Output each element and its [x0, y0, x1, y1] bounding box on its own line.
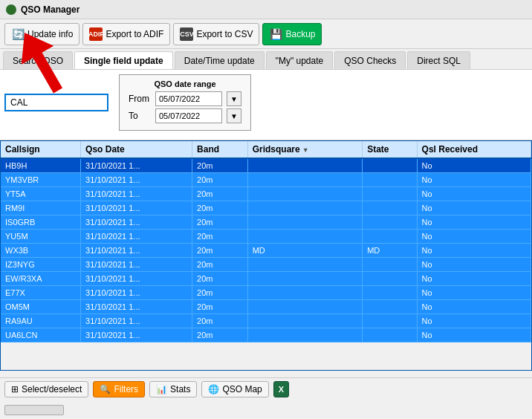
backup-icon: 💾 — [269, 27, 282, 41]
filters-icon: 🔍 — [100, 384, 111, 394]
cell-4 — [363, 158, 417, 173]
cell-4 — [363, 258, 417, 272]
search-input[interactable] — [4, 94, 108, 111]
select-deselect-icon: ⊞ — [11, 384, 19, 394]
update-info-button[interactable]: 🔄 Update info — [4, 23, 80, 45]
cell-2: 20m — [192, 244, 248, 258]
from-label: From — [129, 94, 151, 104]
cell-4 — [363, 314, 417, 328]
select-deselect-button[interactable]: ⊞ Select/deselect — [4, 381, 88, 397]
cell-1: 31/10/2021 1... — [81, 258, 192, 272]
progress-bar — [4, 405, 64, 415]
to-date-picker-button[interactable]: ▼ — [227, 108, 241, 123]
tab-datetime-update[interactable]: Date/Time update — [175, 51, 265, 69]
col-qsl-received[interactable]: Qsl Received — [417, 141, 531, 158]
col-callsign[interactable]: Callsign — [1, 141, 81, 158]
tab-single-field-update[interactable]: Single field update — [74, 51, 173, 69]
update-info-icon: 🔄 — [11, 27, 25, 41]
cell-1: 31/10/2021 1... — [81, 272, 192, 286]
search-filter-row: QSO date range From ▼ To ▼ — [4, 74, 528, 131]
cell-3: MD — [247, 244, 362, 258]
from-date-input[interactable] — [155, 91, 222, 106]
export-csv-button[interactable]: CSV Export to CSV — [173, 23, 259, 45]
tab-my-update[interactable]: "My" update — [266, 51, 334, 69]
cell-3 — [247, 201, 362, 215]
tab-direct-sql[interactable]: Direct SQL — [407, 51, 470, 69]
col-band[interactable]: Band — [192, 141, 248, 158]
table-row[interactable]: EW/R3XA31/10/2021 1...20mNo — [1, 272, 531, 286]
cell-5: No — [417, 300, 531, 314]
cell-1: 31/10/2021 1... — [81, 201, 192, 215]
cell-3 — [247, 215, 362, 230]
qso-map-icon: 🌐 — [208, 384, 219, 394]
cell-4: MD — [363, 244, 417, 258]
cell-1: 31/10/2021 1... — [81, 300, 192, 314]
table-row[interactable]: IZ3NYG31/10/2021 1...20mNo — [1, 258, 531, 272]
cell-5: No — [417, 215, 531, 230]
cell-0: HB9H — [1, 158, 81, 173]
cell-5: No — [417, 187, 531, 201]
cell-2: 20m — [192, 286, 248, 300]
table-row[interactable]: YU5M31/10/2021 1...20mNo — [1, 230, 531, 244]
table-row[interactable]: OM5M31/10/2021 1...20mNo — [1, 300, 531, 314]
cell-1: 31/10/2021 1... — [81, 187, 192, 201]
cell-1: 31/10/2021 1... — [81, 314, 192, 328]
col-qso-date[interactable]: Qso Date — [81, 141, 192, 158]
cell-3 — [247, 328, 362, 342]
col-state[interactable]: State — [363, 141, 417, 158]
tab-qso-checks[interactable]: QSO Checks — [334, 51, 406, 69]
cell-5: No — [417, 258, 531, 272]
cell-3 — [247, 173, 362, 187]
cell-3 — [247, 158, 362, 173]
excel-icon: X — [279, 385, 284, 394]
cell-1: 31/10/2021 1... — [81, 244, 192, 258]
cell-3 — [247, 230, 362, 244]
date-range-title: QSO date range — [129, 79, 241, 88]
to-date-input[interactable] — [155, 108, 222, 123]
status-bar: ⊞ Select/deselect 🔍 Filters 📊 Stats 🌐 QS… — [0, 377, 532, 419]
cell-1: 31/10/2021 1... — [81, 286, 192, 300]
cell-0: RM9I — [1, 201, 81, 215]
table-row[interactable]: IS0GRB31/10/2021 1...20mNo — [1, 215, 531, 230]
table-row[interactable]: E77X31/10/2021 1...20mNo — [1, 286, 531, 300]
table-row[interactable]: YM3VBR31/10/2021 1...20mNo — [1, 173, 531, 187]
cell-3 — [247, 314, 362, 328]
cell-5: No — [417, 328, 531, 342]
cell-0: IS0GRB — [1, 215, 81, 230]
table-row[interactable]: WX3B31/10/2021 1...20mMDMDNo — [1, 244, 531, 258]
table-row[interactable]: YT5A31/10/2021 1...20mNo — [1, 187, 531, 201]
table-row[interactable]: HB9H31/10/2021 1...20mNo — [1, 158, 531, 173]
table-row[interactable]: RA9AU31/10/2021 1...20mNo — [1, 314, 531, 328]
cell-2: 20m — [192, 328, 248, 342]
tab-search-qso[interactable]: Search QSO — [3, 51, 73, 69]
title-bar: QSO Manager — [0, 0, 532, 19]
date-range-box: QSO date range From ▼ To ▼ — [119, 74, 251, 131]
stats-button[interactable]: 📊 Stats — [149, 381, 197, 397]
cell-1: 31/10/2021 1... — [81, 173, 192, 187]
cell-0: EW/R3XA — [1, 272, 81, 286]
cell-2: 20m — [192, 173, 248, 187]
data-table: Callsign Qso Date Band Gridsquare ▼ Stat… — [1, 141, 531, 342]
cell-0: UA6LCN — [1, 328, 81, 342]
cell-3 — [247, 272, 362, 286]
excel-export-button[interactable]: X — [273, 381, 289, 397]
cell-2: 20m — [192, 258, 248, 272]
from-date-picker-button[interactable]: ▼ — [227, 91, 241, 106]
cell-4 — [363, 173, 417, 187]
col-gridsquare[interactable]: Gridsquare ▼ — [247, 141, 362, 158]
filters-button[interactable]: 🔍 Filters — [93, 381, 145, 397]
table-row[interactable]: UA6LCN31/10/2021 1...20mNo — [1, 328, 531, 342]
cell-5: No — [417, 201, 531, 215]
cell-4 — [363, 187, 417, 201]
cell-1: 31/10/2021 1... — [81, 328, 192, 342]
cell-0: WX3B — [1, 244, 81, 258]
table-row[interactable]: RM9I31/10/2021 1...20mNo — [1, 201, 531, 215]
cell-5: No — [417, 314, 531, 328]
title-bar-text: QSO Manager — [21, 4, 80, 15]
export-adif-button[interactable]: ADIF Export to ADIF — [82, 23, 170, 45]
backup-button[interactable]: 💾 Backup — [262, 23, 322, 45]
app-icon — [6, 4, 16, 15]
cell-1: 31/10/2021 1... — [81, 230, 192, 244]
cell-2: 20m — [192, 158, 248, 173]
qso-map-button[interactable]: 🌐 QSO Map — [201, 381, 268, 397]
